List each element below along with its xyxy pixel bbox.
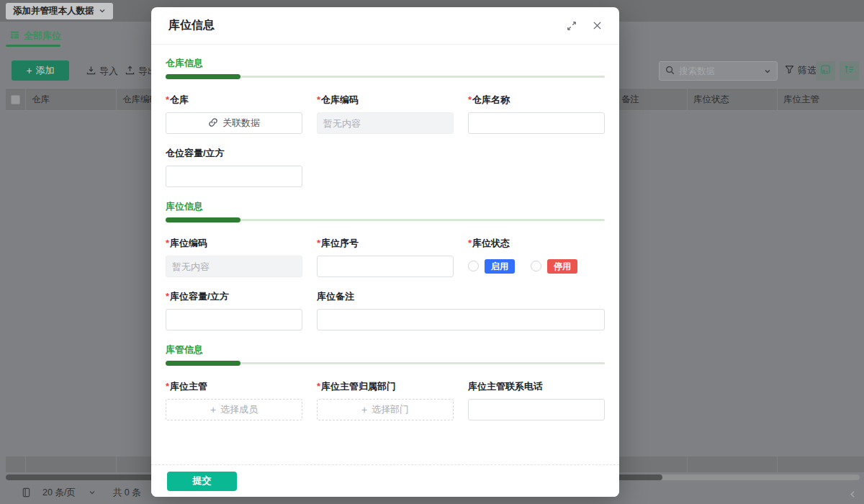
select-all-checkbox[interactable] [11,95,20,104]
field-location-seq: *库位序号 [317,237,454,277]
import-button-label: 导入 [99,65,118,78]
radio-icon[interactable] [468,261,479,271]
search-input[interactable] [679,66,760,76]
required-marker: * [166,94,169,105]
section-progress [166,361,605,366]
plus-icon: + [210,405,216,415]
select-member-label: 选择成员 [220,403,258,416]
field-label: *库位编码 [166,237,302,250]
progress-fill [166,217,240,222]
column-header[interactable]: 库位主管 [778,89,864,110]
submit-button[interactable]: 提交 [167,472,237,491]
tab-active-underline [6,45,60,47]
field-label: *库位主管归属部门 [317,380,454,393]
form-card-icon [820,64,831,78]
chevron-down-icon [99,6,106,17]
field-label: 仓位容量/立方 [166,147,302,160]
column-header[interactable]: 备注 [616,89,688,110]
dialog-title: 库位信息 [168,18,567,33]
required-marker: * [317,238,320,248]
field-label: 库位主管联系电话 [468,380,605,393]
filter-button[interactable]: 筛选 [785,64,816,77]
field-manager-phone: 库位主管联系电话 [468,380,605,420]
chevron-down-icon[interactable] [89,489,96,496]
location-seq-input[interactable] [317,256,454,277]
required-marker: * [317,381,320,392]
progress-fill [166,361,240,366]
section-title-manager: 库管信息 [166,343,605,356]
status-badge-disable: 停用 [547,259,577,274]
column-settings-button[interactable] [840,61,859,81]
app-window: 添加并管理本人数据 全部库位 + 添加 导入 导出 筛选 仓库 仓库 [0,0,864,504]
field-warehouse-name: *仓库名称 [468,94,605,134]
select-member-button[interactable]: + 选择成员 [166,399,302,420]
section-progress [166,217,605,222]
funnel-icon [785,65,794,76]
page-size-select[interactable]: 20 条/页 [42,487,76,499]
field-manager-dept: *库位主管归属部门 + 选择部门 [317,380,454,420]
location-note-input[interactable] [317,309,605,330]
section-title-location: 库位信息 [166,200,605,213]
add-button-label: 添加 [36,64,55,77]
column-header[interactable]: 库位状态 [688,89,778,110]
table-icon [10,30,19,42]
required-marker: * [166,238,169,248]
field-warehouse: *仓库 关联数据 [166,94,302,134]
search-icon [665,65,675,78]
form-view-button[interactable] [816,61,835,81]
data-scope-dropdown[interactable]: 添加并管理本人数据 [6,3,113,19]
field-manager: *库位主管 + 选择成员 [166,380,302,420]
column-settings-icon [844,64,855,78]
field-location-status: *库位状态 启用 停用 [468,237,605,277]
warehouse-capacity-input[interactable] [166,166,302,187]
warehouse-name-input[interactable] [468,112,605,134]
tab-all-locations[interactable]: 全部库位 [10,30,61,42]
chevron-left-icon[interactable] [849,488,857,501]
section-title-warehouse: 仓库信息 [166,57,605,70]
column-header[interactable]: 仓库 [26,89,117,110]
field-label: *仓库编码 [317,94,454,107]
field-label: *库位主管 [166,380,302,393]
radio-icon[interactable] [531,261,541,271]
required-marker: * [468,94,472,105]
page-size-icon [22,487,31,498]
field-location-code: *库位编码 [166,237,302,277]
export-icon [125,66,135,77]
warehouse-code-input [317,112,454,134]
select-department-label: 选择部门 [372,403,409,416]
add-button[interactable]: + 添加 [12,60,69,81]
status-radio-group: 启用 停用 [468,256,605,277]
required-marker: * [166,381,169,392]
field-label: 库位备注 [317,290,605,303]
location-code-input [166,256,302,277]
required-marker: * [317,94,320,105]
field-label: *仓库名称 [468,94,605,107]
field-label: *库位容量/立方 [166,290,302,303]
select-department-button[interactable]: + 选择部门 [317,399,454,420]
expand-icon[interactable] [567,21,577,31]
filter-button-label: 筛选 [798,64,816,77]
manager-phone-input[interactable] [468,399,605,420]
status-option-disable[interactable]: 停用 [531,259,577,274]
required-marker: * [468,238,472,248]
import-button[interactable]: 导入 [86,65,118,78]
data-scope-label: 添加并管理本人数据 [13,5,94,17]
dialog-body: 仓库信息 *仓库 关联数据 *仓库编码 *仓库名称 [151,45,619,464]
section-progress [166,74,605,79]
search-box[interactable] [659,61,778,81]
field-location-capacity: *库位容量/立方 [166,290,302,330]
status-option-enable[interactable]: 启用 [468,259,515,274]
location-info-dialog: 库位信息 仓库信息 *仓库 关联数据 *仓库编码 [151,7,619,497]
field-warehouse-code: *仓库编码 [317,94,454,134]
close-icon[interactable] [593,21,602,30]
tab-label: 全部库位 [24,30,61,42]
required-marker: * [166,291,169,302]
status-badge-enable: 启用 [485,259,515,274]
location-capacity-input[interactable] [166,309,302,330]
chevron-down-icon[interactable] [764,65,771,78]
field-warehouse-capacity: 仓位容量/立方 [166,147,302,187]
field-label: *仓库 [166,94,302,107]
import-icon [86,66,96,77]
link-icon [208,117,218,130]
relate-data-button[interactable]: 关联数据 [166,112,302,134]
